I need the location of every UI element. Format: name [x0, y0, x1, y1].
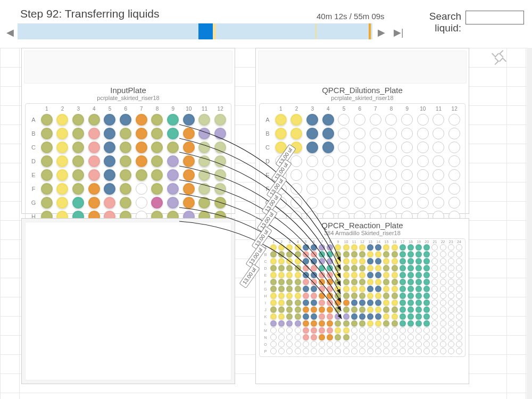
well[interactable] — [290, 183, 302, 195]
well[interactable] — [392, 279, 398, 285]
well[interactable] — [338, 128, 350, 139]
well[interactable] — [343, 279, 350, 285]
well[interactable] — [338, 155, 350, 167]
well[interactable] — [448, 320, 454, 327]
well[interactable] — [295, 313, 301, 320]
well[interactable] — [401, 197, 413, 209]
well[interactable] — [392, 244, 398, 251]
well[interactable] — [415, 334, 422, 340]
well[interactable] — [392, 348, 398, 354]
well[interactable] — [335, 306, 341, 313]
well[interactable] — [415, 341, 422, 347]
well[interactable] — [400, 306, 406, 313]
well[interactable] — [198, 155, 210, 167]
well[interactable] — [408, 286, 414, 292]
well[interactable] — [88, 114, 100, 126]
well[interactable] — [136, 183, 147, 195]
well[interactable] — [41, 155, 53, 167]
well[interactable] — [306, 128, 318, 139]
well[interactable] — [401, 169, 413, 181]
well[interactable] — [270, 279, 277, 285]
well[interactable] — [448, 279, 454, 285]
well[interactable] — [401, 155, 413, 167]
well[interactable] — [456, 272, 462, 278]
well[interactable] — [400, 272, 406, 278]
well[interactable] — [270, 341, 277, 347]
well[interactable] — [392, 293, 398, 299]
well[interactable] — [423, 341, 430, 347]
well[interactable] — [286, 306, 293, 313]
well[interactable] — [167, 142, 179, 153]
well[interactable] — [270, 320, 277, 327]
well[interactable] — [295, 300, 301, 306]
well[interactable] — [440, 293, 446, 299]
well[interactable] — [327, 334, 333, 340]
well[interactable] — [431, 258, 438, 264]
well[interactable] — [335, 300, 341, 306]
well[interactable] — [351, 341, 358, 347]
well[interactable] — [327, 341, 333, 347]
well[interactable] — [408, 341, 414, 347]
well[interactable] — [354, 155, 365, 167]
well[interactable] — [415, 300, 422, 306]
well[interactable] — [151, 197, 163, 209]
well[interactable] — [167, 128, 179, 139]
step-forward-button[interactable]: ▶ — [378, 27, 385, 38]
well[interactable] — [392, 320, 398, 327]
well[interactable] — [383, 293, 389, 299]
well[interactable] — [367, 334, 373, 340]
well[interactable] — [385, 183, 397, 195]
well[interactable] — [335, 334, 341, 340]
well[interactable] — [383, 251, 389, 257]
well[interactable] — [343, 334, 350, 340]
well[interactable] — [400, 313, 406, 320]
well[interactable] — [72, 197, 84, 209]
well[interactable] — [295, 348, 301, 354]
well[interactable] — [375, 286, 381, 292]
well[interactable] — [440, 286, 446, 292]
well[interactable] — [335, 320, 341, 327]
well[interactable] — [306, 142, 318, 153]
well[interactable] — [343, 286, 350, 292]
well[interactable] — [303, 306, 309, 313]
well[interactable] — [351, 300, 358, 306]
well[interactable] — [408, 334, 414, 340]
well[interactable] — [327, 286, 333, 292]
well[interactable] — [306, 114, 318, 126]
well[interactable] — [440, 313, 446, 320]
well[interactable] — [408, 293, 414, 299]
well[interactable] — [456, 265, 462, 271]
well[interactable] — [290, 142, 302, 153]
well[interactable] — [351, 293, 358, 299]
well[interactable] — [275, 169, 287, 181]
well[interactable] — [456, 348, 462, 354]
well[interactable] — [408, 327, 414, 334]
well[interactable] — [278, 300, 285, 306]
well[interactable] — [423, 306, 430, 313]
well[interactable] — [56, 169, 68, 181]
well[interactable] — [270, 265, 277, 271]
well[interactable] — [335, 286, 341, 292]
well[interactable] — [136, 128, 147, 139]
well[interactable] — [343, 293, 350, 299]
well[interactable] — [311, 286, 317, 292]
well[interactable] — [120, 128, 131, 139]
well[interactable] — [88, 169, 100, 181]
well[interactable] — [408, 279, 414, 285]
well[interactable] — [351, 279, 358, 285]
well[interactable] — [319, 251, 325, 257]
well[interactable] — [431, 272, 438, 278]
well[interactable] — [151, 114, 163, 126]
well[interactable] — [448, 286, 454, 292]
well[interactable] — [375, 300, 381, 306]
well[interactable] — [400, 265, 406, 271]
well[interactable] — [214, 128, 226, 139]
well[interactable] — [448, 293, 454, 299]
well[interactable] — [278, 341, 285, 347]
well[interactable] — [198, 197, 210, 209]
well[interactable] — [423, 313, 430, 320]
well[interactable] — [303, 320, 309, 327]
well[interactable] — [370, 142, 381, 153]
well[interactable] — [375, 293, 381, 299]
well[interactable] — [385, 197, 397, 209]
